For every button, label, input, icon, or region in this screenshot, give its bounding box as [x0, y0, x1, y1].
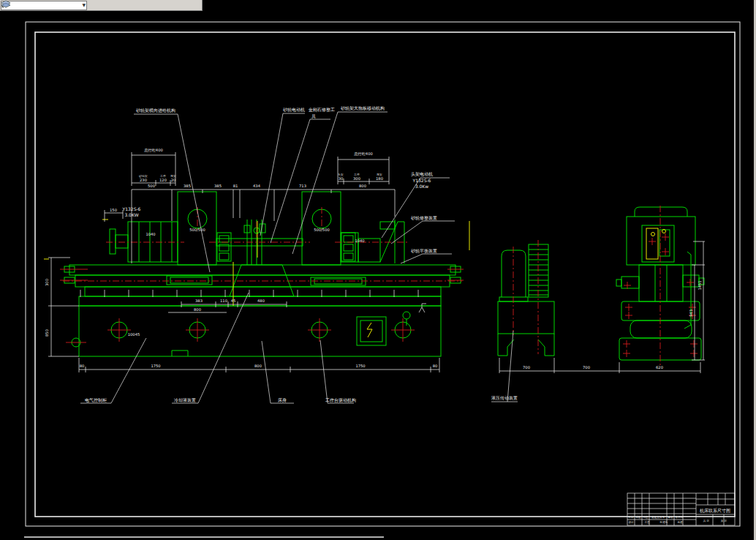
tb-cell: 第 张 — [721, 520, 727, 522]
callout-bottom-3: 床身 — [278, 397, 287, 402]
layers-icon — [0, 0, 12, 9]
callout-top-1: 砂轮架横向进给机构 — [136, 108, 175, 113]
dim: 300 — [353, 176, 360, 181]
callout-bottom-1: 电气控制柜 — [85, 397, 107, 403]
dim: 800 — [254, 364, 262, 368]
dim: 700 — [523, 365, 530, 370]
dim: 300 — [45, 279, 49, 286]
callout-top-2: 砂轮电动机 — [283, 107, 305, 113]
cad-window: 砂轮架横向进给机构 砂轮电动机 金刚石修整工 具 砂轮架大拖板移动机构 头架电动… — [0, 0, 756, 540]
leader-lines — [80, 112, 518, 403]
callout-right-1b: Y132S-6 — [412, 178, 431, 183]
dim: 120 — [159, 178, 167, 182]
dim: 20 — [171, 178, 176, 182]
layer-properties-button[interactable] — [90, 1, 105, 10]
layers-button[interactable] — [107, 1, 122, 10]
chevron-down-icon[interactable]: ▼ — [82, 3, 86, 7]
dim: 850 — [45, 329, 49, 337]
dim: 45 — [231, 299, 236, 303]
layer-toolbar: ▼ — [0, 0, 203, 11]
dim: 110 — [220, 299, 227, 303]
dim: 800 — [359, 184, 366, 188]
dim: 81 — [233, 184, 238, 188]
sheet-frame — [24, 22, 740, 537]
dim: 30 — [339, 176, 344, 181]
dim: 385 — [184, 184, 191, 188]
title-block-texts: 机床联系尺寸图 标记 处数 分区 更改文件号 签名 年月日 设计 工艺 标准化 … — [627, 508, 730, 524]
dim: 700 — [583, 365, 590, 370]
dimension-lines — [48, 152, 705, 373]
dim: 180 — [376, 176, 383, 181]
callout-right-2: 砂轮修整装置 — [411, 215, 437, 221]
part-label-1: 1040 — [145, 232, 155, 236]
dim: 383 — [195, 299, 203, 303]
callout-top-3a: 金刚石修整工 — [308, 107, 335, 113]
callout-bottom-4: 工作台驱动机构 — [325, 397, 356, 403]
dim: 230 — [140, 178, 147, 182]
bed-label: 10045 — [128, 332, 140, 337]
callout-right-1a: 头架电动机 — [411, 171, 433, 176]
tb-cell: 年月日 — [676, 516, 684, 519]
dim-header: 总行程400 — [353, 151, 372, 156]
dim: 620 — [656, 365, 663, 370]
dim: 500 — [148, 184, 155, 188]
motor-spec-1: Y132S-6 — [122, 206, 141, 211]
tb-cell: 签名 — [668, 516, 673, 519]
head-left-label: 500/500 — [189, 228, 205, 232]
dim: 150 — [110, 208, 117, 212]
drawing-canvas[interactable]: 砂轮架横向进给机构 砂轮电动机 金刚石修整工 具 砂轮架大拖板移动机构 头架电动… — [0, 0, 756, 540]
callout-right-1c: 3.0Kw — [415, 184, 428, 189]
tb-cell: 标准化 — [659, 520, 668, 524]
tb-cell: 工艺 — [644, 521, 650, 524]
dim: 713 — [299, 184, 306, 188]
dim: 80 — [80, 364, 85, 368]
tb-cell: 更改文件号 — [651, 515, 665, 519]
part-label-2: 1040 — [355, 239, 364, 243]
motor-spec-2: 3.0KW — [124, 212, 138, 217]
tb-cell: 标记 — [627, 515, 634, 519]
callout-top-4: 砂轮架大拖板移动机构 — [341, 105, 385, 111]
layer-combobox[interactable]: ▼ — [1, 1, 87, 10]
dim-header: 总行程400 — [143, 148, 162, 152]
dim: 800 — [194, 307, 201, 312]
dim: 1750 — [355, 364, 365, 368]
dim: 385 — [214, 184, 222, 188]
head-right-label: 500/500 — [314, 228, 330, 232]
callout-bottom-5: 液压传动装置 — [491, 395, 518, 400]
dim: 1750 — [151, 364, 160, 368]
machine-geometry — [64, 192, 704, 360]
callout-bottom-2: 冷却液装置 — [174, 397, 196, 402]
dim: 1451 — [698, 280, 702, 290]
dim: 943 — [689, 310, 693, 317]
dimension-texts: 500 385 385 81 434 713 800 总行程400 砂轮架 工件… — [45, 148, 702, 370]
tb-cell: 设计 — [628, 520, 634, 524]
tb-cell: 处数 — [635, 515, 641, 519]
tb-cell: 共 张 — [703, 520, 710, 522]
dim: 80 — [433, 364, 438, 368]
tb-cell: 分区 — [643, 516, 649, 519]
callout-top-3b: 具 — [311, 113, 316, 119]
dim: 480 — [257, 299, 265, 303]
callout-right-3: 砂轮平衡装置 — [411, 248, 437, 254]
tb-cell: 批准 — [677, 521, 683, 524]
dim: 434 — [253, 184, 261, 188]
drawing-title: 机床联系尺寸图 — [700, 508, 730, 514]
